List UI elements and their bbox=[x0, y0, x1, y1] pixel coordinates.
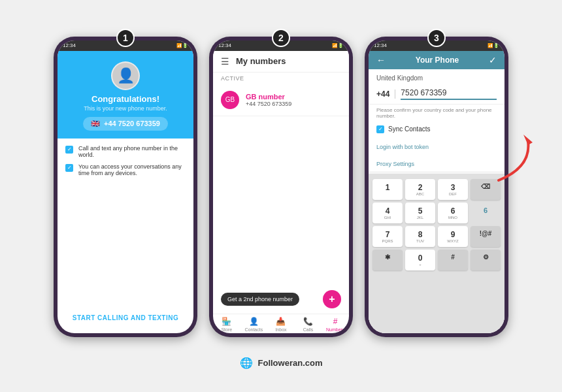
store-icon: 🏪 bbox=[222, 317, 231, 326]
svg-marker-0 bbox=[523, 135, 533, 145]
calls-icon: 📞 bbox=[303, 317, 313, 326]
key-4[interactable]: 4GHI bbox=[372, 203, 403, 223]
key-1[interactable]: 1 bbox=[372, 179, 403, 200]
phone2-header: ☰ My numbers bbox=[213, 51, 349, 73]
time-3: 12:34 bbox=[374, 42, 387, 48]
check-icon[interactable]: ✓ bbox=[489, 55, 497, 65]
hamburger-icon[interactable]: ☰ bbox=[221, 56, 229, 67]
checkbox-2[interactable]: ✓ bbox=[65, 164, 73, 172]
checkbox-label-1: Call and text any phone number in the wo… bbox=[78, 145, 186, 158]
number-info: GB number +44 7520 673359 bbox=[246, 93, 291, 107]
keypad: 1 2ABC 3DEF ⌫ 4GHI 5JKL 6MNO 6 7PQRS 8TU… bbox=[369, 174, 504, 333]
confirm-text: Please confirm your country code and you… bbox=[369, 105, 504, 122]
tab-contacts-label: Contacts bbox=[245, 327, 263, 332]
sync-row: ✓ Sync Contacts bbox=[369, 122, 504, 137]
country-code: +44 bbox=[376, 90, 395, 99]
time-1: 12:34 bbox=[63, 42, 76, 48]
phone-1: 1 12:34 📶🔋 👤 Congratulations! This is yo… bbox=[54, 37, 197, 337]
your-phone-title: Your Phone bbox=[416, 56, 459, 65]
key-special-chars[interactable]: !@# bbox=[471, 226, 501, 247]
gb-value: +44 7520 673359 bbox=[246, 101, 291, 107]
footer-text: Followeran.com bbox=[258, 358, 323, 368]
phone-3: 3 12:34 📶🔋 ← Your Phone ✓ United Kingdom… bbox=[365, 37, 508, 337]
congrats-title: Congratulations! bbox=[91, 94, 159, 104]
phone-number: +44 7520 673359 bbox=[104, 120, 160, 127]
tab-store-label: Store bbox=[221, 327, 232, 332]
step-badge-1: 1 bbox=[116, 29, 135, 47]
my-numbers-title: My numbers bbox=[236, 56, 286, 66]
tab-numbers[interactable]: # Numbers bbox=[322, 317, 349, 332]
numbers-icon: # bbox=[333, 317, 338, 326]
tab-store[interactable]: 🏪 Store bbox=[213, 317, 240, 332]
sync-label: Sync Contacts bbox=[388, 125, 430, 133]
status-icons-2: 📶🔋 bbox=[332, 43, 344, 48]
proxy-settings-link[interactable]: Proxy Settings bbox=[376, 161, 414, 167]
key-7[interactable]: 7PQRS bbox=[372, 226, 403, 247]
checkbox-row-2: ✓ You can access your conversations any … bbox=[65, 163, 186, 176]
congrats-sub: This is your new phone number. bbox=[84, 105, 167, 112]
tab-calls-label: Calls bbox=[303, 327, 314, 332]
status-icons-3: 📶🔋 bbox=[488, 43, 499, 48]
key-hash[interactable]: # bbox=[438, 250, 468, 270]
number-row[interactable]: GB GB number +44 7520 673359 bbox=[213, 84, 349, 116]
key-8[interactable]: 8TUV bbox=[405, 226, 435, 247]
status-icons-1: 📶🔋 bbox=[176, 43, 188, 48]
avatar: 👤 bbox=[111, 61, 140, 90]
tab-inbox-label: Inbox bbox=[275, 327, 286, 332]
phone1-header: 👤 Congratulations! This is your new phon… bbox=[58, 51, 193, 139]
phone-input-row: +44 7520 673359 bbox=[369, 84, 504, 105]
key-star[interactable]: ✱ bbox=[372, 250, 403, 270]
country-label: United Kingdom bbox=[369, 69, 504, 84]
proxy-settings-row: Proxy Settings bbox=[369, 154, 504, 171]
active-label: ACTIVE bbox=[213, 73, 349, 84]
key-0[interactable]: 0+ bbox=[405, 250, 435, 270]
tab-inbox[interactable]: 📥 Inbox bbox=[267, 317, 295, 332]
tab-numbers-label: Numbers bbox=[326, 327, 344, 332]
key-6[interactable]: 6MNO bbox=[438, 203, 468, 223]
get-2nd-button[interactable]: Get a 2nd phone number bbox=[221, 293, 299, 306]
fab-add-button[interactable]: + bbox=[323, 290, 341, 308]
phone-2: 2 12:34 📶🔋 ☰ My numbers ACTIVE GB GB num… bbox=[209, 37, 353, 337]
key-5[interactable]: 5JKL bbox=[405, 203, 435, 223]
phone2-bottom: Get a 2nd phone number + bbox=[213, 285, 349, 314]
contacts-icon: 👤 bbox=[249, 317, 259, 326]
start-calling-button[interactable]: START CALLING AND TEXTING bbox=[65, 306, 186, 327]
tab-calls[interactable]: 📞 Calls bbox=[295, 317, 322, 332]
phone2-tabs: 🏪 Store 👤 Contacts 📥 Inbox 📞 Calls # bbox=[213, 314, 349, 333]
globe-icon: 🌐 bbox=[240, 357, 253, 369]
checkbox-label-2: You can access your conversations any ti… bbox=[78, 163, 186, 176]
login-bot-row: Login with bot token bbox=[369, 137, 504, 154]
time-2: 12:34 bbox=[218, 42, 231, 48]
keypad-grid: 1 2ABC 3DEF ⌫ 4GHI 5JKL 6MNO 6 7PQRS 8TU… bbox=[372, 179, 501, 270]
key-2[interactable]: 2ABC bbox=[405, 179, 435, 200]
tab-contacts[interactable]: 👤 Contacts bbox=[240, 317, 268, 332]
inbox-icon: 📥 bbox=[276, 317, 286, 326]
footer: 🌐 Followeran.com bbox=[240, 357, 323, 369]
phone-number-display: 🇬🇧 +44 7520 673359 bbox=[83, 117, 168, 131]
flag-icon: 🇬🇧 bbox=[91, 120, 100, 128]
phone3-body: United Kingdom +44 7520 673359 Please co… bbox=[369, 69, 504, 333]
login-bot-link[interactable]: Login with bot token bbox=[376, 144, 429, 150]
back-icon[interactable]: ← bbox=[376, 55, 386, 65]
sync-checkbox[interactable]: ✓ bbox=[376, 125, 384, 133]
checkbox-row-1: ✓ Call and text any phone number in the … bbox=[65, 145, 186, 158]
phones-container: 1 12:34 📶🔋 👤 Congratulations! This is yo… bbox=[47, 24, 515, 350]
gb-label: GB number bbox=[246, 93, 291, 101]
next-button[interactable]: 6 bbox=[471, 203, 501, 223]
phone1-body: ✓ Call and text any phone number in the … bbox=[58, 139, 193, 333]
key-backspace[interactable]: ⌫ bbox=[471, 179, 501, 200]
gb-icon: GB bbox=[221, 91, 239, 109]
key-settings[interactable]: ⚙ bbox=[471, 250, 501, 270]
checkbox-1[interactable]: ✓ bbox=[65, 146, 73, 154]
key-3[interactable]: 3DEF bbox=[438, 179, 468, 200]
step-badge-2: 2 bbox=[272, 29, 290, 47]
key-9[interactable]: 9WXYZ bbox=[438, 226, 468, 247]
phone-input[interactable]: 7520 673359 bbox=[401, 88, 497, 100]
step-badge-3: 3 bbox=[427, 29, 446, 47]
phone3-header: ← Your Phone ✓ bbox=[369, 51, 504, 69]
